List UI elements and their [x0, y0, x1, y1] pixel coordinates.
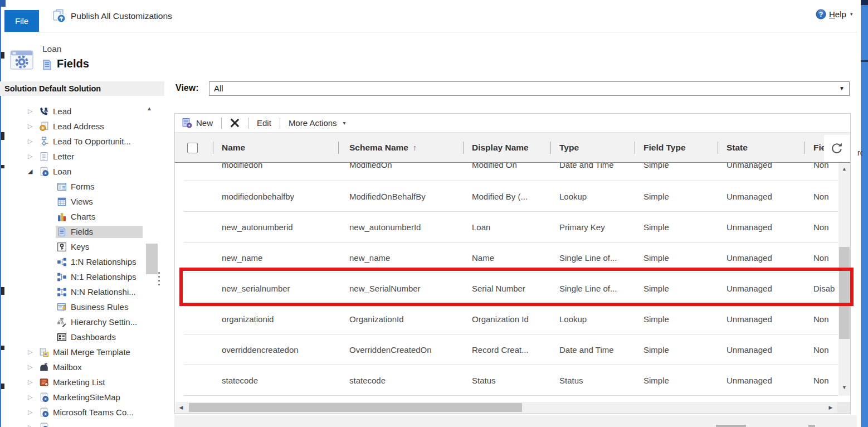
tree-item[interactable]: Charts: [0, 209, 164, 224]
tree-item-label: Lead To Opportunit...: [53, 137, 131, 146]
cell-schema: ModifiedOn: [338, 163, 463, 169]
column-header[interactable]: State: [718, 133, 804, 162]
cell-security: Disab: [804, 284, 838, 293]
select-all-checkbox[interactable]: [187, 143, 198, 153]
file-tab[interactable]: File: [4, 10, 39, 32]
tree-item[interactable]: ▷ Lead: [0, 104, 164, 119]
expander-icon[interactable]: ▷: [28, 108, 38, 115]
cell-field_type: Simple: [635, 284, 718, 293]
view-label: View:: [175, 83, 199, 93]
scroll-down-arrow-icon[interactable]: ▼: [838, 385, 850, 394]
cell-state: Unmanaged: [718, 192, 804, 201]
entity-icon: [39, 392, 49, 402]
tree-item[interactable]: Fields: [0, 224, 164, 239]
tree-item[interactable]: ◢ Loan: [0, 164, 164, 179]
tree-item[interactable]: N:N Relationshi...: [0, 284, 164, 299]
delete-button[interactable]: [230, 118, 240, 128]
refresh-button[interactable]: [824, 135, 850, 162]
table-row[interactable]: new_autonumberidnew_autonumberIdLoanPrim…: [184, 212, 838, 242]
tree-item-label: Mailbox: [53, 362, 82, 372]
grid-vertical-scrollbar[interactable]: ▲ ▼: [838, 163, 850, 396]
table-row[interactable]: new_namenew_nameNameSingle Line of...Sim…: [184, 242, 838, 273]
table-row[interactable]: modifiedonbehalfbyModifiedOnBehalfByModi…: [184, 181, 838, 212]
expander-icon[interactable]: ▷: [28, 379, 38, 386]
view-select[interactable]: All ▼: [209, 81, 850, 96]
tree-item[interactable]: ▷ Letter: [0, 149, 164, 164]
horizontal-scrollbar-thumb[interactable]: [189, 403, 522, 412]
tree-item-label: Marketing List: [53, 377, 105, 387]
tree-item[interactable]: Dashboards: [0, 329, 164, 344]
expander-icon[interactable]: ▷: [28, 348, 38, 356]
scroll-up-arrow-icon[interactable]: ▲: [838, 166, 850, 175]
publish-all-customizations-button[interactable]: Publish All Customizations: [51, 7, 172, 25]
expander-icon[interactable]: ▷: [28, 424, 38, 427]
entity-icon: [39, 167, 49, 177]
grid-toolbar: New Edit More Actions ▾: [175, 114, 850, 133]
cell-field_type: Simple: [635, 345, 718, 355]
tree-item[interactable]: ▷ MarketingSiteMap: [0, 390, 164, 405]
help-menu[interactable]: ? Help ▾: [816, 7, 852, 21]
new-field-icon: [182, 118, 192, 128]
new-button[interactable]: New: [182, 118, 213, 128]
sidebar-splitter-handle[interactable]: [158, 272, 160, 285]
cell-display: Serial Number: [463, 284, 550, 293]
cell-display: Loan: [463, 222, 550, 232]
expander-icon[interactable]: ▷: [28, 123, 38, 130]
lead-address-icon: [39, 122, 49, 132]
expander-icon[interactable]: ▷: [28, 138, 38, 145]
table-row[interactable]: overriddencreatedonOverriddenCreatedOnRe…: [184, 334, 838, 365]
tree-item[interactable]: Views: [0, 194, 164, 209]
grid-horizontal-scrollbar[interactable]: ◀ ▶: [175, 402, 837, 413]
cell-security: Non: [804, 253, 838, 263]
tree-item[interactable]: Forms: [0, 179, 164, 194]
table-row[interactable]: organizationidOrganizationIdOrganization…: [184, 304, 838, 334]
edit-button[interactable]: Edit: [257, 118, 271, 128]
scroll-right-arrow-icon[interactable]: ▶: [826, 402, 835, 413]
column-header[interactable]: Display Name: [463, 133, 550, 162]
cell-schema: new_autonumberId: [338, 222, 463, 232]
tree-item[interactable]: 1:N Relationships: [0, 254, 164, 269]
tree-item[interactable]: ▷ Marketing List: [0, 375, 164, 390]
marketing-list-icon: [39, 377, 49, 387]
cell-type: Lookup: [550, 314, 635, 324]
tree-scrollbar-thumb[interactable]: [146, 244, 158, 274]
table-row[interactable]: modifiedonModifiedOnModified OnDate and …: [184, 163, 838, 181]
tree-item[interactable]: Business Rules: [0, 299, 164, 314]
cell-type: Single Line of...: [550, 284, 635, 293]
table-row[interactable]: statecodestatecodeStatusStatusSimpleUnma…: [184, 365, 838, 396]
expander-icon[interactable]: ▷: [28, 394, 38, 401]
table-row[interactable]: new_serialnumbernew_SerialNumberSerial N…: [184, 273, 838, 304]
tree-item[interactable]: ▷ Lead To Opportunit...: [0, 134, 164, 149]
tree-item[interactable]: ▷: [0, 420, 164, 427]
tree-item[interactable]: N:1 Relationships: [0, 269, 164, 284]
tree-item[interactable]: ▷ Microsoft Teams Co...: [0, 405, 164, 420]
tree-item[interactable]: Keys: [0, 239, 164, 254]
tree-item[interactable]: ▷ Lead Address: [0, 119, 164, 134]
expander-icon[interactable]: ▷: [28, 153, 38, 160]
cell-state: Unmanaged: [718, 376, 804, 385]
expander-icon[interactable]: ▷: [28, 409, 38, 416]
tree-item[interactable]: ▷ Mailbox: [0, 360, 164, 375]
column-header[interactable]: Field Type: [635, 133, 718, 162]
cell-state: Unmanaged: [718, 253, 804, 263]
column-header[interactable]: Type: [550, 133, 635, 162]
column-header[interactable]: Name: [213, 133, 338, 162]
business-rules-icon: [57, 302, 67, 312]
vertical-scrollbar-thumb[interactable]: [839, 247, 850, 339]
refresh-icon: [829, 140, 845, 156]
tree-scroll-up-arrow[interactable]: ▲: [147, 105, 152, 111]
cell-type: Status: [550, 376, 635, 385]
cell-security: Non: [804, 314, 838, 324]
cell-state: Unmanaged: [718, 163, 804, 169]
expander-icon[interactable]: ▷: [28, 363, 38, 371]
more-actions-button[interactable]: More Actions ▾: [289, 118, 346, 128]
column-header[interactable]: Schema Name ↑: [338, 133, 463, 162]
tree-item[interactable]: Hierarchy Settin...: [0, 314, 164, 329]
scroll-left-arrow-icon[interactable]: ◀: [177, 402, 186, 413]
cell-name: modifiedon: [213, 163, 338, 169]
expander-icon[interactable]: ◢: [28, 168, 38, 175]
cell-type: Single Line of...: [550, 253, 635, 263]
tree-item[interactable]: ▷ Mail Merge Template: [0, 344, 164, 360]
tree-item-label: Forms: [71, 182, 95, 191]
cell-display: Organization Id: [463, 314, 550, 324]
